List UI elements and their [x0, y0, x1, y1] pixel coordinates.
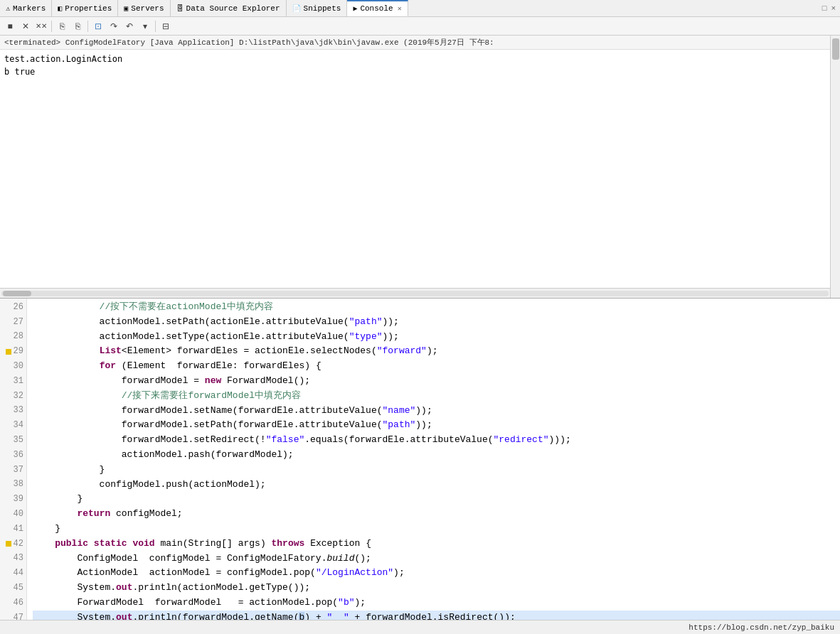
more-button[interactable]: ▾	[138, 19, 152, 33]
hscrollbar-thumb	[3, 291, 31, 296]
ln-43: 43	[3, 552, 23, 566]
code-line-27: actionModel.setPath(actionEle.attributeV…	[33, 315, 840, 330]
console-toolbar: ■ ✕ ✕✕ ⎘ ⎘ ⊡ ↷ ↶ ▾ ⊟	[0, 17, 840, 36]
code-line-40: return configModel;	[33, 507, 840, 522]
console-scrollbar[interactable]	[830, 36, 840, 298]
code-line-33: forwardModel.setName(forwardEle.attribut…	[33, 404, 840, 419]
separator-2	[87, 21, 88, 32]
ln-33: 33	[3, 404, 23, 419]
ln-31: 31	[3, 374, 23, 389]
properties-icon: ◧	[58, 4, 62, 13]
code-line-28: actionModel.setType(actionEle.attributeV…	[33, 330, 840, 345]
console-icon: ▶	[353, 4, 357, 13]
code-line-46: ForwardModel forwardModel = actionModel.…	[33, 596, 840, 611]
maximize-icon[interactable]: ×	[829, 4, 837, 13]
ln-29: 29	[3, 344, 23, 359]
ln-38: 38	[3, 478, 23, 493]
tab-servers-label: Servers	[131, 4, 164, 13]
ln-41: 41	[3, 522, 23, 537]
hscrollbar-track	[1, 291, 829, 296]
tab-servers[interactable]: ▣ Servers	[118, 0, 170, 16]
console-content[interactable]: test.action.LoginAction b true	[0, 50, 840, 81]
code-line-44: ActionModel actionModel = configModel.po…	[33, 566, 840, 581]
tab-markers-label: Markers	[13, 4, 46, 13]
copy2-button[interactable]: ⎘	[70, 19, 85, 33]
remove-all-button[interactable]: ✕✕	[34, 19, 48, 33]
tab-bar: ⚠ Markers ◧ Properties ▣ Servers 🗄 Data …	[0, 0, 840, 17]
scroll-lock-button[interactable]: ↷	[107, 19, 121, 33]
console-output-area: <terminated> ConfigModelFatory [Java App…	[0, 36, 840, 299]
code-line-39: }	[33, 492, 840, 507]
ln-34: 34	[3, 418, 23, 433]
code-line-38: configModel.push(actionModel);	[33, 478, 840, 493]
editor-area: 26 27 28 29 30 31 32 33 34 35 36 37 38 3…	[0, 299, 840, 620]
ln-30: 30	[3, 359, 23, 374]
snippets-icon: 📄	[292, 4, 301, 13]
tab-markers[interactable]: ⚠ Markers	[0, 0, 52, 16]
ln-40: 40	[3, 507, 23, 522]
separator-3	[155, 21, 156, 32]
code-line-34: forwardModel.setPath(forwardEle.attribut…	[33, 418, 840, 433]
code-line-47: System.out.println(forwardModel.getName(…	[33, 611, 840, 620]
tab-console-label: Console	[360, 4, 393, 13]
terminate-button[interactable]: ■	[3, 19, 17, 33]
tab-snippets-label: Snippets	[304, 4, 341, 13]
view-menu-button[interactable]: ⊟	[159, 19, 173, 33]
tab-properties[interactable]: ◧ Properties	[52, 0, 118, 16]
word-wrap-button[interactable]: ↶	[122, 19, 137, 33]
console-close-icon[interactable]: ✕	[398, 4, 402, 13]
scrollbar-thumb	[832, 38, 839, 60]
code-line-37: }	[33, 463, 840, 478]
ln-47: 47	[3, 611, 23, 620]
code-line-30: for (Element forwardEle: forwardEles) {	[33, 359, 840, 374]
ln-45: 45	[3, 581, 23, 596]
tab-datasource-label: Data Source Explorer	[186, 4, 280, 13]
tab-snippets[interactable]: 📄 Snippets	[287, 0, 348, 16]
console-header-text: <terminated> ConfigModelFatory [Java App…	[4, 38, 494, 47]
remove-button[interactable]: ✕	[18, 19, 33, 33]
ln-44: 44	[3, 566, 23, 581]
code-line-35: forwardModel.setRedirect(!"false".equals…	[33, 433, 840, 448]
status-bar: https://blog.csdn.net/zyp_baiku	[0, 620, 840, 634]
code-line-42: public static void main(String[] args) t…	[33, 537, 840, 552]
ln-27: 27	[3, 315, 23, 330]
ln-37: 37	[3, 463, 23, 478]
ln-35: 35	[3, 433, 23, 448]
tab-controls: □ ×	[821, 4, 840, 13]
ln-42: 42	[3, 537, 23, 552]
code-line-41: }	[33, 522, 840, 537]
separator-1	[51, 21, 52, 32]
code-line-29: List<Element> forwardEles = actionEle.se…	[33, 344, 840, 359]
ln-28: 28	[3, 330, 23, 345]
markers-icon: ⚠	[6, 4, 10, 13]
code-line-26: //按下不需要在actionModel中填充内容	[33, 300, 840, 315]
code-content[interactable]: //按下不需要在actionModel中填充内容 actionModel.set…	[27, 299, 840, 620]
tab-console[interactable]: ▶ Console ✕	[347, 0, 408, 16]
console-header: <terminated> ConfigModelFatory [Java App…	[0, 36, 840, 50]
ln-36: 36	[3, 448, 23, 463]
ln-39: 39	[3, 492, 23, 507]
code-line-31: forwardModel = new ForwardModel();	[33, 374, 840, 389]
code-line-32: //接下来需要往forwardModel中填充内容	[33, 389, 840, 404]
ln-46: 46	[3, 596, 23, 611]
copy-button[interactable]: ⎘	[55, 19, 69, 33]
ln-32: 32	[3, 389, 23, 404]
console-line-2: b true	[4, 65, 836, 78]
line-numbers: 26 27 28 29 30 31 32 33 34 35 36 37 38 3…	[0, 299, 27, 620]
console-line-1: test.action.LoginAction	[4, 53, 836, 65]
main-layout: ■ ✕ ✕✕ ⎘ ⎘ ⊡ ↷ ↶ ▾ ⊟ <terminated> Config…	[0, 17, 840, 634]
ln-26: 26	[3, 300, 23, 315]
status-url: https://blog.csdn.net/zyp_baiku	[689, 623, 834, 632]
minimize-icon[interactable]: □	[821, 4, 829, 13]
clear-button[interactable]: ⊡	[91, 19, 105, 33]
code-line-36: actionModel.pash(forwardModel);	[33, 448, 840, 463]
datasource-icon: 🗄	[176, 4, 184, 13]
code-line-43: ConfigModel configModel = ConfigModelFat…	[33, 552, 840, 566]
servers-icon: ▣	[124, 4, 128, 13]
code-view[interactable]: 26 27 28 29 30 31 32 33 34 35 36 37 38 3…	[0, 299, 840, 620]
tab-properties-label: Properties	[65, 4, 112, 13]
console-hscrollbar[interactable]	[0, 288, 830, 298]
code-line-45: System.out.println(actionModel.getType()…	[33, 581, 840, 596]
tab-datasource[interactable]: 🗄 Data Source Explorer	[171, 0, 287, 16]
